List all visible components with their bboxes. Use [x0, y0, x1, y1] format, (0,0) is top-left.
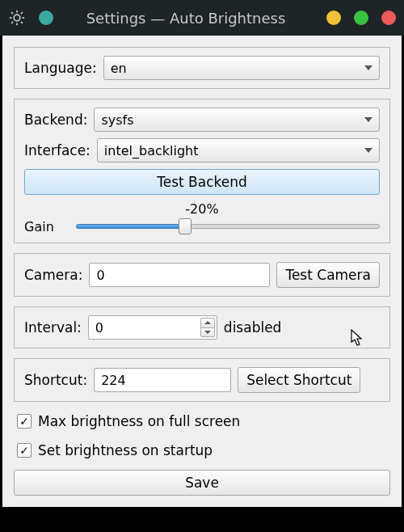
chevron-down-icon [364, 65, 372, 70]
accent-dot-icon [39, 11, 53, 25]
svg-line-8 [21, 12, 23, 14]
slider-thumb[interactable] [179, 218, 191, 234]
shortcut-input[interactable]: 224 [94, 368, 231, 392]
spin-up-button[interactable] [200, 318, 215, 327]
svg-line-6 [21, 22, 23, 23]
test-camera-button[interactable]: Test Camera [276, 262, 380, 288]
interval-label: Interval: [24, 319, 82, 336]
camera-input[interactable]: 0 [89, 263, 270, 287]
backend-group: Backend: sysfs Interface: intel_backligh… [14, 99, 390, 243]
chevron-down-icon [364, 148, 372, 153]
spin-down-button[interactable] [200, 327, 215, 338]
window-title: Settings — Auto Brightness [61, 10, 314, 27]
chevron-down-icon [364, 117, 372, 122]
svg-point-0 [14, 15, 20, 21]
backend-label: Backend: [24, 112, 87, 128]
startup-brightness-checkbox-row[interactable]: ✓ Set brightness on startup [14, 441, 390, 460]
camera-label: Camera: [24, 267, 82, 283]
interface-label: Interface: [24, 142, 90, 158]
app-brightness-icon [8, 9, 26, 27]
save-button[interactable]: Save [14, 470, 390, 496]
shortcut-label: Shortcut: [24, 372, 87, 388]
interval-spinbox[interactable]: 0 [88, 315, 217, 340]
interface-select[interactable]: intel_backlight [97, 138, 380, 163]
test-backend-button[interactable]: Test Backend [24, 169, 380, 195]
language-select[interactable]: en [103, 56, 380, 80]
svg-line-7 [11, 22, 13, 23]
svg-line-5 [11, 12, 13, 14]
language-value: en [111, 61, 127, 76]
camera-group: Camera: 0 Test Camera [14, 253, 390, 297]
gain-slider[interactable] [76, 218, 380, 234]
language-label: Language: [24, 60, 97, 76]
max-brightness-checkbox-row[interactable]: ✓ Max brightness on full screen [14, 412, 390, 431]
startup-brightness-label: Set brightness on startup [38, 442, 213, 458]
select-shortcut-button[interactable]: Select Shortcut [238, 367, 360, 393]
maximize-button[interactable] [354, 11, 368, 25]
close-button[interactable] [381, 11, 396, 25]
titlebar: Settings — Auto Brightness [0, 0, 404, 36]
language-group: Language: en [14, 47, 390, 89]
max-brightness-label: Max brightness on full screen [38, 413, 240, 429]
interface-value: intel_backlight [104, 143, 199, 158]
settings-content: Language: en Backend: sysfs Interface: i… [2, 36, 402, 507]
gain-label: Gain [24, 219, 63, 234]
interval-status: disabled [224, 319, 282, 336]
shortcut-group: Shortcut: 224 Select Shortcut [14, 358, 390, 402]
checkbox-icon: ✓ [17, 414, 32, 429]
chevron-down-icon [204, 331, 211, 334]
interval-group: Interval: 0 disabled [14, 306, 390, 348]
gain-value: -20% [24, 201, 380, 217]
chevron-up-icon [204, 321, 211, 324]
backend-select[interactable]: sysfs [94, 108, 380, 132]
minimize-button[interactable] [326, 11, 341, 25]
checkbox-icon: ✓ [17, 443, 32, 458]
slider-fill [76, 224, 185, 229]
settings-window: Settings — Auto Brightness Language: en … [0, 0, 404, 532]
backend-value: sysfs [101, 112, 133, 128]
